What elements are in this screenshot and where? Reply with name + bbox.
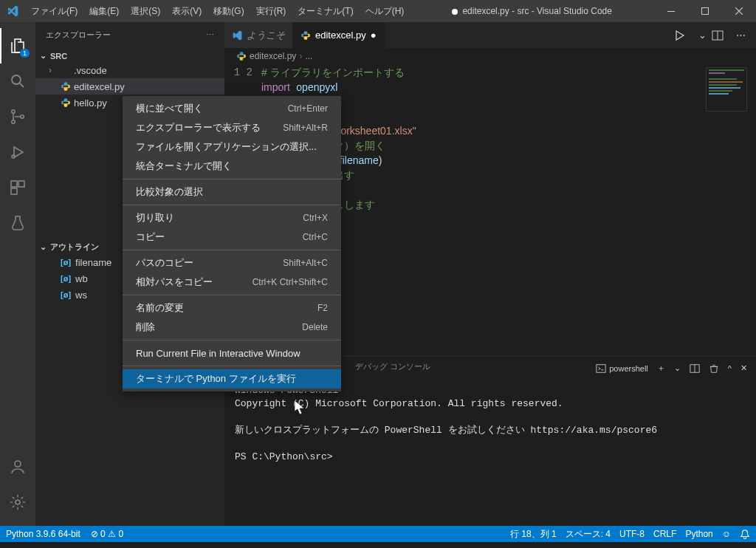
- context-menu-item[interactable]: 横に並べて開くCtrl+Enter: [123, 99, 341, 118]
- svg-rect-9: [11, 188, 17, 194]
- panel-tab[interactable]: デバッグ コンソール: [355, 361, 430, 376]
- terminal-output[interactable]: Windows PowerShell Copyright (C) Microso…: [224, 380, 756, 526]
- notification-icon[interactable]: [740, 529, 750, 539]
- menu-item[interactable]: ヘルプ(H): [360, 0, 410, 22]
- context-menu-item[interactable]: 比較対象の選択: [123, 182, 341, 202]
- svg-rect-0: [667, 11, 675, 12]
- split-editor-icon[interactable]: [712, 30, 731, 41]
- feedback-icon[interactable]: ☺: [722, 529, 731, 539]
- menu-label: 統合ターミナルで開く: [136, 160, 232, 173]
- svg-point-10: [15, 461, 21, 467]
- svg-rect-1: [702, 8, 709, 15]
- run-debug-icon[interactable]: [0, 134, 35, 170]
- minimize-button[interactable]: [654, 0, 688, 22]
- context-menu-item[interactable]: コピーCtrl+C: [123, 227, 341, 247]
- menu-label: 横に並べて開く: [136, 102, 203, 115]
- svg-point-5: [21, 115, 24, 118]
- language-status[interactable]: Python: [685, 529, 712, 539]
- maximize-panel-icon[interactable]: ^: [728, 364, 732, 373]
- terminal-more-icon[interactable]: ⌄: [674, 363, 681, 373]
- file-label: .vscode: [74, 65, 107, 76]
- menu-label: エクスプローラーで表示する: [136, 121, 261, 134]
- menu-label: 比較対象の選択: [136, 185, 203, 199]
- python-file-icon: [61, 97, 74, 108]
- new-terminal-icon[interactable]: ＋: [657, 363, 665, 374]
- menu-item[interactable]: 選択(S): [125, 0, 166, 22]
- problems-status[interactable]: ⊘ 0 ⚠ 0: [91, 529, 123, 539]
- account-icon[interactable]: [0, 449, 35, 484]
- symbol-label: wb: [75, 273, 88, 284]
- context-menu-item[interactable]: 削除Delete: [123, 318, 341, 337]
- indent-status[interactable]: スペース: 4: [566, 528, 611, 541]
- breadcrumb[interactable]: editexcel.py›...: [224, 48, 756, 64]
- symbol-label: filename: [75, 257, 111, 268]
- menu-shortcut: Delete: [302, 322, 328, 332]
- dirty-indicator-icon: ●: [371, 30, 377, 41]
- explorer-icon[interactable]: 1: [0, 28, 35, 64]
- menu-item[interactable]: 表示(V): [166, 0, 207, 22]
- context-menu-item[interactable]: 統合ターミナルで開く: [123, 157, 341, 176]
- source-control-icon[interactable]: [0, 99, 35, 134]
- vscode-icon: [232, 30, 242, 41]
- menu-label: ターミナルで Python ファイルを実行: [136, 372, 296, 386]
- close-button[interactable]: [722, 0, 756, 22]
- app-logo: [0, 5, 25, 17]
- menu-shortcut: Ctrl+C: [303, 232, 328, 242]
- menu-item[interactable]: 実行(R): [250, 0, 292, 22]
- context-menu-item[interactable]: ファイルを開くアプリケーションの選択...: [123, 137, 341, 157]
- menu-item[interactable]: 移動(G): [207, 0, 250, 22]
- eol-status[interactable]: CRLF: [653, 529, 676, 539]
- run-file-icon[interactable]: [673, 30, 693, 41]
- editor-tab[interactable]: ようこそ: [224, 22, 293, 48]
- menu-item[interactable]: ターミナル(T): [292, 0, 359, 22]
- testing-icon[interactable]: [0, 205, 35, 241]
- chevron-down-icon: ⌄: [40, 51, 50, 61]
- symbol-icon: [ø]: [61, 290, 71, 299]
- sidebar-more-icon[interactable]: ⋯: [206, 30, 214, 40]
- file-icon: [236, 51, 247, 61]
- titlebar: ファイル(F)編集(E)選択(S)表示(V)移動(G)実行(R)ターミナル(T)…: [0, 0, 756, 22]
- svg-rect-13: [597, 364, 605, 372]
- kill-terminal-icon[interactable]: [709, 363, 719, 374]
- svg-rect-8: [18, 181, 24, 187]
- editor-tab[interactable]: editexcel.py●: [293, 22, 385, 48]
- python-interpreter[interactable]: Python 3.9.6 64-bit: [6, 529, 80, 539]
- context-menu: 横に並べて開くCtrl+Enterエクスプローラーで表示するShift+Alt+…: [123, 96, 341, 391]
- menu-item[interactable]: ファイル(F): [25, 0, 83, 22]
- extensions-icon[interactable]: [0, 170, 35, 205]
- svg-point-6: [12, 155, 15, 158]
- menubar: ファイル(F)編集(E)選択(S)表示(V)移動(G)実行(R)ターミナル(T)…: [25, 0, 410, 22]
- file-item[interactable]: editexcel.py: [35, 78, 224, 95]
- search-icon[interactable]: [0, 64, 35, 99]
- menu-label: 相対パスをコピー: [136, 275, 213, 289]
- editor-more-icon[interactable]: ⋯: [731, 30, 750, 41]
- minimap[interactable]: [706, 67, 747, 112]
- context-menu-item[interactable]: 切り取りCtrl+X: [123, 208, 341, 227]
- menu-shortcut: Ctrl+Enter: [288, 103, 328, 114]
- context-menu-item[interactable]: パスのコピーShift+Alt+C: [123, 253, 341, 273]
- close-panel-icon[interactable]: ✕: [740, 363, 747, 373]
- menu-label: 削除: [136, 321, 155, 334]
- encoding-status[interactable]: UTF-8: [619, 529, 645, 539]
- context-menu-item[interactable]: エクスプローラーで表示するShift+Alt+R: [123, 118, 341, 137]
- cursor-position[interactable]: 行 18、列 1: [510, 528, 557, 541]
- menu-label: 切り取り: [136, 211, 174, 225]
- maximize-button[interactable]: [688, 0, 722, 22]
- sidebar-title: エクスプローラー: [46, 30, 111, 41]
- split-terminal-icon[interactable]: [690, 363, 700, 374]
- run-more-icon[interactable]: ⌄: [693, 30, 712, 41]
- menu-shortcut: Ctrl+X: [303, 213, 328, 223]
- svg-point-4: [12, 120, 15, 123]
- context-menu-item[interactable]: 相対パスをコピーCtrl+K Ctrl+Shift+C: [123, 273, 341, 292]
- menu-item[interactable]: 編集(E): [83, 0, 125, 22]
- context-menu-item[interactable]: ターミナルで Python ファイルを実行: [123, 369, 341, 388]
- svg-point-11: [16, 500, 20, 504]
- context-menu-item[interactable]: Run Current File in Interactive Window: [123, 343, 341, 363]
- terminal-shell-dropdown[interactable]: powershell: [596, 363, 648, 374]
- file-label: editexcel.py: [74, 81, 125, 92]
- settings-icon[interactable]: [0, 484, 35, 520]
- file-label: hello.py: [74, 97, 107, 109]
- folder-item[interactable]: ›.vscode: [35, 62, 224, 78]
- context-menu-item[interactable]: 名前の変更F2: [123, 298, 341, 318]
- project-header[interactable]: ⌄ SRC: [35, 49, 224, 62]
